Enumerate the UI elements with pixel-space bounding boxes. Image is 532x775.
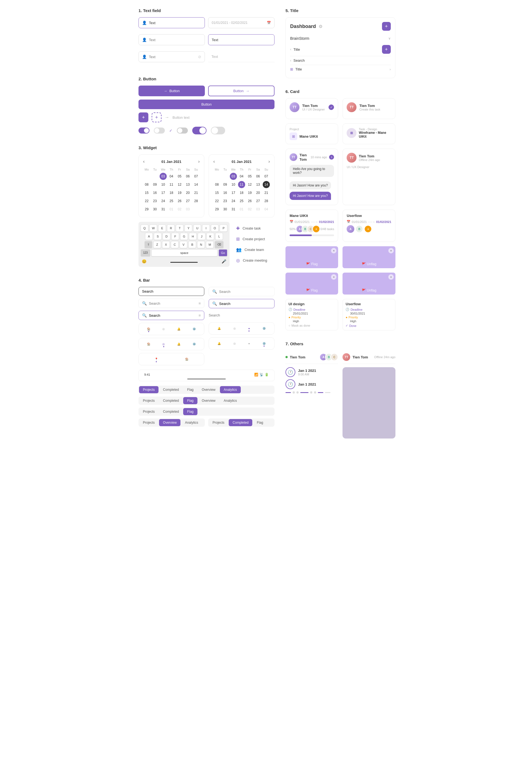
search-bar-4[interactable]: 🔍 bbox=[209, 287, 275, 296]
kb-m[interactable]: M bbox=[206, 241, 213, 248]
cal-day[interactable]: 18 bbox=[168, 189, 175, 196]
nav-r1-settings[interactable]: ⚙️ bbox=[262, 327, 266, 330]
search-bar-2[interactable]: 🔍 ≡ bbox=[138, 299, 204, 308]
cal-day[interactable]: 31 bbox=[159, 206, 167, 213]
nav-bell-2[interactable]: 🔔 bbox=[177, 342, 180, 345]
nav-home-2[interactable]: 🏠 bbox=[147, 342, 150, 345]
create-task-menu-item[interactable]: ✚ Create task bbox=[234, 224, 275, 232]
nav-settings-2[interactable]: ⚙️ bbox=[192, 342, 196, 345]
kb-n[interactable]: N bbox=[197, 241, 205, 248]
tab-analytics-1[interactable]: Analytics bbox=[220, 386, 241, 393]
cal1-next[interactable]: › bbox=[198, 159, 200, 164]
btn-text-label[interactable]: Button text bbox=[172, 115, 189, 120]
cal-day[interactable]: 23 bbox=[151, 197, 158, 204]
kb-shift[interactable]: ⇧ bbox=[144, 241, 152, 248]
filter-icon-3[interactable]: ≡ bbox=[198, 313, 201, 317]
kb-v[interactable]: V bbox=[180, 241, 187, 248]
cal-day[interactable]: 07 bbox=[192, 173, 200, 180]
cal-day[interactable]: 12 bbox=[176, 181, 183, 188]
text-input-active[interactable] bbox=[212, 38, 271, 42]
cal-day[interactable]: 06 bbox=[184, 173, 191, 180]
tab-projects-4[interactable]: Projects bbox=[139, 419, 158, 426]
kb-r[interactable]: R bbox=[167, 225, 175, 232]
text-input-2[interactable] bbox=[149, 38, 201, 42]
kb-d[interactable]: D bbox=[163, 233, 170, 240]
cal-day[interactable]: 11 bbox=[168, 181, 175, 188]
cal-day[interactable] bbox=[143, 173, 150, 180]
nav-home-3[interactable]: 🏠 bbox=[185, 357, 188, 360]
text-input-1[interactable] bbox=[149, 21, 201, 25]
toggle-lg-on[interactable] bbox=[192, 127, 206, 134]
btn-arrow-left[interactable]: → → Button Button bbox=[138, 86, 205, 96]
cal-day[interactable]: 10 bbox=[159, 181, 167, 188]
text-field-3[interactable]: 👤 ⊘ bbox=[138, 51, 205, 62]
nav-home[interactable]: 🏠 bbox=[147, 327, 150, 330]
kb-q[interactable]: Q bbox=[141, 225, 148, 232]
toggle-on-1[interactable] bbox=[138, 127, 149, 133]
cal-day[interactable] bbox=[151, 173, 158, 180]
cal-day[interactable]: 13 bbox=[184, 181, 191, 188]
tab-completed-2[interactable]: Completed bbox=[159, 397, 183, 404]
tab-projects-1[interactable]: Projects bbox=[139, 386, 158, 393]
kb-x[interactable]: X bbox=[162, 241, 170, 248]
kb-g[interactable]: G bbox=[180, 233, 188, 240]
cal-day[interactable]: 24 bbox=[159, 197, 167, 204]
nav-bell[interactable]: 🔔 bbox=[177, 327, 180, 330]
search-input-1[interactable] bbox=[142, 289, 201, 293]
kb-w[interactable]: W bbox=[149, 225, 157, 232]
btn-plus-solid[interactable]: + bbox=[138, 112, 148, 122]
cal-day[interactable]: 19 bbox=[176, 189, 183, 196]
kb-j[interactable]: J bbox=[198, 233, 205, 240]
kb-space[interactable]: space bbox=[151, 249, 217, 256]
tab-flag-5[interactable]: Flag bbox=[253, 419, 267, 426]
cal-day[interactable]: 20 bbox=[184, 189, 191, 196]
search-bar-3[interactable]: 🔍 ≡ bbox=[138, 311, 204, 320]
kb-f[interactable]: F bbox=[171, 233, 179, 240]
search-input-3[interactable] bbox=[149, 313, 196, 317]
tab-completed-3[interactable]: Completed bbox=[159, 408, 183, 415]
media-close-3[interactable]: × bbox=[331, 274, 337, 280]
btn-arrow-right[interactable]: Button → bbox=[208, 86, 275, 96]
nav-circle-2[interactable]: ◎ bbox=[162, 342, 165, 345]
kb-backspace[interactable]: ⌫ bbox=[215, 241, 223, 248]
media-close-4[interactable]: × bbox=[388, 274, 394, 280]
search-input-2[interactable] bbox=[149, 301, 196, 305]
cal-day[interactable]: 21 bbox=[192, 189, 200, 196]
tab-projects-3[interactable]: Projects bbox=[139, 408, 158, 415]
text-field-1[interactable]: 👤 bbox=[138, 17, 205, 28]
cal2-prev[interactable]: ‹ bbox=[213, 159, 215, 164]
check-done-1[interactable]: ✓ bbox=[329, 104, 334, 110]
cal-day-other[interactable]: 01 bbox=[168, 206, 175, 213]
kb-b[interactable]: B bbox=[188, 241, 196, 248]
text-input-3[interactable] bbox=[149, 55, 196, 59]
nav-pin[interactable]: 📍 bbox=[155, 357, 158, 360]
cal-day[interactable]: 29 bbox=[143, 206, 150, 213]
kb-u[interactable]: U bbox=[193, 225, 201, 232]
create-meeting-menu-item[interactable]: ◎ Create meeting bbox=[234, 256, 275, 265]
cal-day[interactable]: 17 bbox=[159, 189, 167, 196]
tab-overview-2[interactable]: Overview bbox=[198, 397, 219, 404]
tab-projects-2[interactable]: Projects bbox=[139, 397, 158, 404]
cal-day-other[interactable]: 02 bbox=[176, 206, 183, 213]
tab-overview-1[interactable]: Overview bbox=[198, 386, 219, 393]
title1-add-button[interactable]: + bbox=[382, 45, 391, 54]
date-range-field[interactable]: 01/01/2021 - 02/02/2021 📅 bbox=[208, 17, 275, 28]
create-project-menu-item[interactable]: ⊞ Create project bbox=[234, 235, 275, 243]
kb-l[interactable]: L bbox=[215, 233, 223, 240]
cal-day[interactable]: 28 bbox=[192, 197, 200, 204]
kb-k[interactable]: K bbox=[206, 233, 214, 240]
nav-r2-settings[interactable]: ⚙️ bbox=[262, 342, 266, 345]
cal-day[interactable]: 25 bbox=[168, 197, 175, 204]
search-input-5[interactable] bbox=[219, 302, 271, 306]
tab-flag-2[interactable]: Flag bbox=[183, 397, 197, 404]
cal1-prev[interactable]: ‹ bbox=[143, 159, 144, 164]
cal-day[interactable]: 09 bbox=[151, 181, 158, 188]
tab-projects-5[interactable]: Projects bbox=[209, 419, 228, 426]
tab-completed-5[interactable]: Completed bbox=[229, 419, 252, 426]
kb-a[interactable]: A bbox=[145, 233, 153, 240]
title3-chevron-right[interactable]: › bbox=[390, 67, 391, 71]
kb-o[interactable]: O bbox=[211, 225, 218, 232]
toggle-lg-off[interactable] bbox=[211, 127, 225, 134]
kb-i[interactable]: I bbox=[202, 225, 210, 232]
cal-day[interactable]: 04 bbox=[168, 173, 175, 180]
